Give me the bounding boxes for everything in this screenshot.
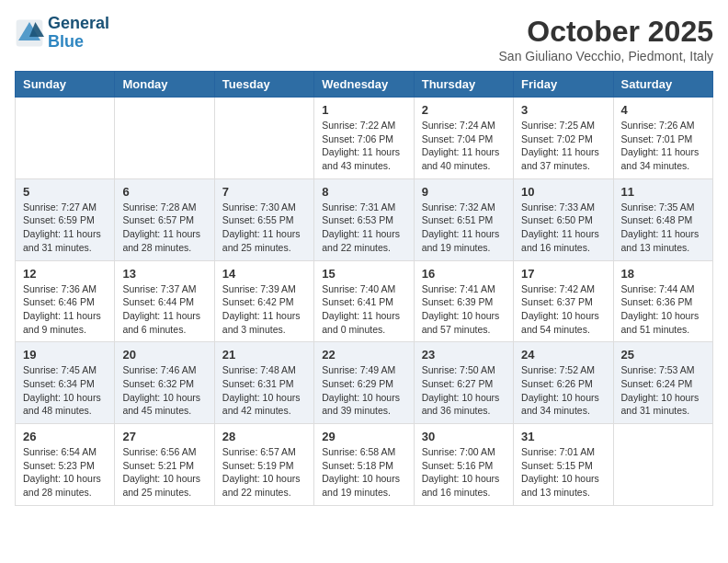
day-info: Sunrise: 7:42 AM Sunset: 6:37 PM Dayligh…: [521, 282, 605, 337]
day-number: 1: [322, 103, 405, 117]
calendar-cell: 2Sunrise: 7:24 AM Sunset: 7:04 PM Daylig…: [414, 98, 513, 179]
title-section: October 2025 San Giuliano Vecchio, Piedm…: [499, 15, 713, 63]
calendar-cell: 4Sunrise: 7:26 AM Sunset: 7:01 PM Daylig…: [613, 98, 712, 179]
day-number: 4: [621, 103, 705, 117]
day-number: 22: [322, 348, 405, 362]
day-number: 19: [23, 348, 107, 362]
calendar-cell: 23Sunrise: 7:50 AM Sunset: 6:27 PM Dayli…: [414, 342, 513, 424]
day-info: Sunrise: 7:30 AM Sunset: 6:55 PM Dayligh…: [222, 201, 306, 255]
day-info: Sunrise: 7:27 AM Sunset: 6:59 PM Dayligh…: [23, 201, 107, 255]
day-number: 29: [322, 430, 405, 443]
day-info: Sunrise: 6:56 AM Sunset: 5:21 PM Dayligh…: [122, 445, 206, 500]
day-number: 13: [122, 267, 206, 281]
calendar-cell: 21Sunrise: 7:48 AM Sunset: 6:31 PM Dayli…: [214, 342, 313, 424]
logo-text: General Blue: [48, 15, 109, 52]
day-number: 20: [122, 348, 206, 362]
calendar-cell: 20Sunrise: 7:46 AM Sunset: 6:32 PM Dayli…: [115, 342, 214, 424]
weekday-header-cell: Tuesday: [214, 72, 313, 98]
day-info: Sunrise: 7:01 AM Sunset: 5:15 PM Dayligh…: [521, 445, 605, 500]
calendar-cell: [613, 424, 712, 506]
day-number: 31: [521, 430, 605, 443]
location: San Giuliano Vecchio, Piedmont, Italy: [499, 49, 713, 63]
day-info: Sunrise: 7:49 AM Sunset: 6:29 PM Dayligh…: [322, 363, 405, 418]
day-number: 28: [222, 430, 306, 443]
day-number: 5: [23, 185, 107, 199]
calendar-week-row: 26Sunrise: 6:54 AM Sunset: 5:23 PM Dayli…: [16, 424, 713, 506]
day-number: 7: [222, 185, 306, 199]
day-info: Sunrise: 7:37 AM Sunset: 6:44 PM Dayligh…: [122, 282, 206, 337]
day-info: Sunrise: 7:40 AM Sunset: 6:41 PM Dayligh…: [322, 282, 405, 337]
calendar-cell: [115, 98, 214, 179]
day-number: 21: [222, 348, 306, 362]
day-number: 15: [322, 267, 405, 281]
weekday-header-cell: Wednesday: [314, 72, 414, 98]
day-number: 23: [422, 348, 506, 362]
day-number: 25: [621, 348, 705, 362]
logo-icon: [15, 18, 44, 48]
calendar-cell: 26Sunrise: 6:54 AM Sunset: 5:23 PM Dayli…: [16, 424, 115, 506]
logo-line1: General: [48, 14, 109, 32]
weekday-header-cell: Thursday: [414, 72, 513, 98]
calendar-cell: 9Sunrise: 7:32 AM Sunset: 6:51 PM Daylig…: [414, 178, 513, 260]
day-info: Sunrise: 7:28 AM Sunset: 6:57 PM Dayligh…: [122, 201, 206, 255]
calendar-cell: 17Sunrise: 7:42 AM Sunset: 6:37 PM Dayli…: [514, 260, 613, 342]
day-info: Sunrise: 7:48 AM Sunset: 6:31 PM Dayligh…: [222, 363, 306, 418]
calendar-cell: 15Sunrise: 7:40 AM Sunset: 6:41 PM Dayli…: [314, 260, 414, 342]
logo: General Blue: [15, 15, 109, 52]
day-number: 16: [422, 267, 506, 281]
day-number: 30: [422, 430, 506, 443]
weekday-header-cell: Saturday: [613, 72, 712, 98]
day-info: Sunrise: 7:41 AM Sunset: 6:39 PM Dayligh…: [422, 282, 506, 337]
calendar-cell: [16, 98, 115, 179]
day-info: Sunrise: 7:46 AM Sunset: 6:32 PM Dayligh…: [122, 363, 206, 418]
day-info: Sunrise: 7:24 AM Sunset: 7:04 PM Dayligh…: [422, 119, 506, 173]
calendar-week-row: 5Sunrise: 7:27 AM Sunset: 6:59 PM Daylig…: [16, 178, 713, 260]
month-title: October 2025: [499, 15, 713, 49]
calendar: SundayMondayTuesdayWednesdayThursdayFrid…: [15, 71, 713, 506]
calendar-cell: 27Sunrise: 6:56 AM Sunset: 5:21 PM Dayli…: [115, 424, 214, 506]
day-info: Sunrise: 7:32 AM Sunset: 6:51 PM Dayligh…: [422, 201, 506, 255]
calendar-cell: 11Sunrise: 7:35 AM Sunset: 6:48 PM Dayli…: [613, 178, 712, 260]
day-number: 3: [521, 103, 605, 117]
day-info: Sunrise: 6:58 AM Sunset: 5:18 PM Dayligh…: [322, 445, 405, 500]
day-number: 24: [521, 348, 605, 362]
day-number: 9: [422, 185, 506, 199]
day-info: Sunrise: 7:25 AM Sunset: 7:02 PM Dayligh…: [521, 119, 605, 173]
logo-line2: Blue: [48, 32, 84, 51]
day-info: Sunrise: 7:26 AM Sunset: 7:01 PM Dayligh…: [621, 119, 705, 173]
calendar-week-row: 12Sunrise: 7:36 AM Sunset: 6:46 PM Dayli…: [16, 260, 713, 342]
weekday-header-cell: Monday: [115, 72, 214, 98]
calendar-cell: 5Sunrise: 7:27 AM Sunset: 6:59 PM Daylig…: [16, 178, 115, 260]
calendar-cell: 3Sunrise: 7:25 AM Sunset: 7:02 PM Daylig…: [514, 98, 613, 179]
weekday-header-cell: Friday: [514, 72, 613, 98]
page-header: General Blue October 2025 San Giuliano V…: [15, 15, 713, 63]
day-number: 12: [23, 267, 107, 281]
day-info: Sunrise: 7:31 AM Sunset: 6:53 PM Dayligh…: [322, 201, 405, 255]
calendar-cell: 19Sunrise: 7:45 AM Sunset: 6:34 PM Dayli…: [16, 342, 115, 424]
calendar-cell: 30Sunrise: 7:00 AM Sunset: 5:16 PM Dayli…: [414, 424, 513, 506]
day-info: Sunrise: 7:39 AM Sunset: 6:42 PM Dayligh…: [222, 282, 306, 337]
day-number: 6: [122, 185, 206, 199]
calendar-body: 1Sunrise: 7:22 AM Sunset: 7:06 PM Daylig…: [16, 98, 713, 506]
day-info: Sunrise: 6:57 AM Sunset: 5:19 PM Dayligh…: [222, 445, 306, 500]
calendar-cell: 10Sunrise: 7:33 AM Sunset: 6:50 PM Dayli…: [514, 178, 613, 260]
day-number: 10: [521, 185, 605, 199]
day-number: 14: [222, 267, 306, 281]
calendar-cell: 22Sunrise: 7:49 AM Sunset: 6:29 PM Dayli…: [314, 342, 414, 424]
calendar-cell: [214, 98, 313, 179]
calendar-cell: 12Sunrise: 7:36 AM Sunset: 6:46 PM Dayli…: [16, 260, 115, 342]
calendar-cell: 1Sunrise: 7:22 AM Sunset: 7:06 PM Daylig…: [314, 98, 414, 179]
day-number: 8: [322, 185, 405, 199]
day-info: Sunrise: 6:54 AM Sunset: 5:23 PM Dayligh…: [23, 445, 107, 500]
calendar-cell: 7Sunrise: 7:30 AM Sunset: 6:55 PM Daylig…: [214, 178, 313, 260]
calendar-week-row: 1Sunrise: 7:22 AM Sunset: 7:06 PM Daylig…: [16, 98, 713, 179]
day-number: 27: [122, 430, 206, 443]
day-info: Sunrise: 7:53 AM Sunset: 6:24 PM Dayligh…: [621, 363, 705, 418]
day-number: 2: [422, 103, 506, 117]
day-info: Sunrise: 7:45 AM Sunset: 6:34 PM Dayligh…: [23, 363, 107, 418]
day-number: 11: [621, 185, 705, 199]
day-number: 26: [23, 430, 107, 443]
day-number: 18: [621, 267, 705, 281]
day-info: Sunrise: 7:00 AM Sunset: 5:16 PM Dayligh…: [422, 445, 506, 500]
calendar-cell: 28Sunrise: 6:57 AM Sunset: 5:19 PM Dayli…: [214, 424, 313, 506]
